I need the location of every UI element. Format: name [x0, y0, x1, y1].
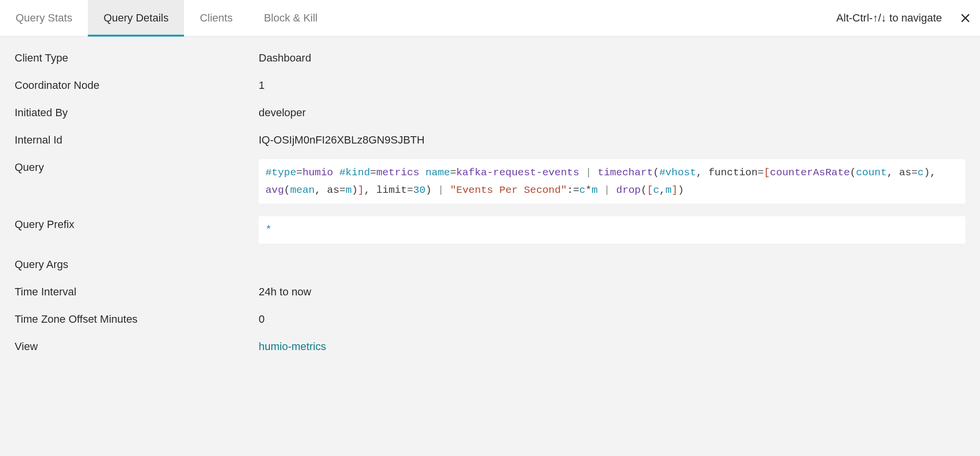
tab-block-and-kill[interactable]: Block & Kill — [248, 0, 333, 36]
label-query-args: Query Args — [15, 256, 259, 271]
value-view-link[interactable]: humio-metrics — [259, 338, 965, 353]
row-query-prefix: Query Prefix * — [15, 210, 965, 250]
query-details-panel: Query Stats Query Details Clients Block … — [0, 0, 980, 456]
label-coordinator-node: Coordinator Node — [15, 77, 259, 92]
close-button[interactable] — [951, 0, 980, 36]
value-time-interval: 24h to now — [259, 284, 965, 298]
value-internal-id: IQ-OSIjM0nFI26XBLz8GN9SJBTH — [259, 132, 965, 146]
tab-label: Query Stats — [16, 12, 72, 24]
label-client-type: Client Type — [15, 50, 259, 64]
tab-clients[interactable]: Clients — [184, 0, 248, 36]
nav-hint: Alt-Ctrl-↑/↓ to navigate — [837, 0, 951, 36]
tab-label: Clients — [200, 12, 232, 24]
label-internal-id: Internal Id — [15, 132, 259, 146]
row-query: Query #type=humio #kind=metrics name=kaf… — [15, 153, 965, 210]
tabbar: Query Stats Query Details Clients Block … — [0, 0, 980, 37]
value-client-type: Dashboard — [259, 50, 965, 64]
value-query-prefix[interactable]: * — [259, 216, 965, 244]
tab-label: Query Details — [103, 12, 168, 24]
row-client-type: Client Type Dashboard — [15, 43, 965, 71]
details-content: Client Type Dashboard Coordinator Node 1… — [0, 37, 980, 374]
row-view: View humio-metrics — [15, 332, 965, 359]
value-initiated-by: developer — [259, 104, 965, 119]
row-coordinator-node: Coordinator Node 1 — [15, 71, 965, 98]
label-query: Query — [15, 159, 259, 174]
row-time-interval: Time Interval 24h to now — [15, 277, 965, 305]
value-query[interactable]: #type=humio #kind=metrics name=kafka-req… — [259, 159, 965, 204]
label-view: View — [15, 338, 259, 353]
tab-query-stats[interactable]: Query Stats — [0, 0, 88, 36]
value-tz-offset: 0 — [259, 311, 965, 326]
label-tz-offset: Time Zone Offset Minutes — [15, 311, 259, 326]
row-internal-id: Internal Id IQ-OSIjM0nFI26XBLz8GN9SJBTH — [15, 125, 965, 153]
row-initiated-by: Initiated By developer — [15, 98, 965, 125]
tab-query-details[interactable]: Query Details — [88, 0, 184, 36]
row-query-args: Query Args — [15, 250, 965, 277]
row-tz-offset: Time Zone Offset Minutes 0 — [15, 305, 965, 332]
close-icon — [959, 12, 972, 24]
value-coordinator-node: 1 — [259, 77, 965, 92]
label-time-interval: Time Interval — [15, 284, 259, 298]
tab-label: Block & Kill — [264, 12, 318, 24]
label-query-prefix: Query Prefix — [15, 216, 259, 231]
label-initiated-by: Initiated By — [15, 104, 259, 119]
value-query-args — [259, 256, 965, 271]
